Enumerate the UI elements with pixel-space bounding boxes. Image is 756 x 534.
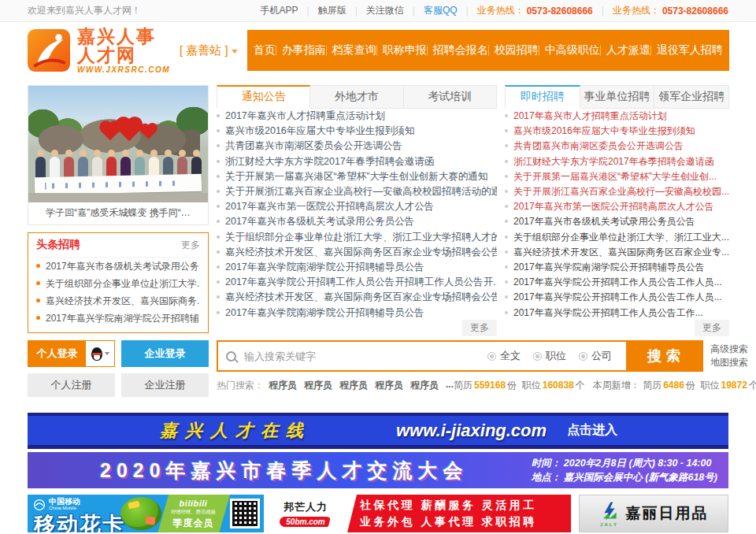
nav-item[interactable]: 档案查询 — [329, 43, 380, 57]
list-item[interactable]: 2017年嘉兴市人才招聘重点活动计划 — [217, 109, 497, 124]
site-logo-icon — [28, 29, 70, 72]
tab-leading-company-jobs[interactable]: 领军企业招聘 — [654, 85, 729, 109]
carousel-caption[interactable]: 学子回“嘉”感受禾城蝶变 携手同“… — [28, 202, 208, 224]
qq-login-dropdown[interactable] — [86, 341, 114, 366]
scope-company[interactable]: 公司 — [579, 349, 612, 363]
list-item[interactable]: 嘉兴市级2016年应届大中专毕业生报到须知 — [217, 124, 497, 139]
qq-service-link[interactable]: 客服QQ — [424, 4, 458, 17]
nav-item[interactable]: 校园招聘 — [491, 43, 542, 57]
list-item[interactable]: 关于开展第一届嘉兴港区“希望杯”大学生创业创... — [505, 169, 729, 184]
list-item[interactable]: 2017年嘉兴市第一医院公开招聘高层次人才公告 — [217, 199, 497, 214]
bilibili-promo: bilibili 哔哩哔哩、腾讯视频 季度会员 — [169, 499, 218, 530]
headline-more-link[interactable]: 更多 — [181, 239, 200, 252]
list-item[interactable]: 嘉兴市级2016年应届大中专毕业生报到须知 — [505, 124, 729, 139]
list-item[interactable]: 2017年嘉兴市人才招聘重点活动计划 — [505, 109, 729, 124]
list-item[interactable]: 关于组织部分企事业单位赴浙江大学、浙江工业大... — [505, 230, 729, 245]
nav-item[interactable]: 人才派遣 — [603, 43, 654, 57]
station-selector[interactable]: [ 嘉善站 ] — [180, 43, 238, 58]
china-mobile-ad[interactable]: 中国移动 China Mobile bilibili 哔哩哔哩、腾讯视频 季度会… — [28, 495, 264, 532]
list-item[interactable]: 2017年嘉兴学院南湖学院公开招聘辅导员公告 — [217, 260, 497, 275]
site-stats: 简历559168份 职位160838个 本周新增： 简历6486份 职位1987… — [454, 379, 756, 392]
hot-term-link[interactable]: 程序员 — [375, 379, 403, 392]
bangmang-hr-ad[interactable]: 邦芒人力 50bm.com 社保代理 薪酬服务 灵活用工 业务外包 人事代理 求… — [272, 495, 571, 532]
tab-instant-jobs[interactable]: 即时招聘 — [505, 85, 580, 109]
nav-item[interactable]: 中高级职位 — [542, 43, 603, 57]
jobs-more-link[interactable]: 更多 — [695, 320, 729, 336]
map-search-link[interactable]: 地图搜索 — [710, 356, 756, 369]
list-item[interactable]: 2017年嘉兴学院公开招聘工作人员公告开招聘工作人员公告开... — [217, 275, 497, 290]
search-icon — [226, 351, 236, 362]
list-item[interactable]: 关于组织部分企事业单位赴浙江大学、浙江工业大学招聘人才的... — [217, 230, 497, 245]
hotline-label: 业务热线： — [477, 4, 524, 17]
notices-tabs: 通知公告 外地才市 考试培训 — [217, 85, 497, 109]
list-item[interactable]: 共青团嘉兴市南湖区委员会公开选调公告 — [505, 139, 729, 154]
list-item[interactable]: 关于开展浙江嘉兴百家企业高校行—安徽高校校园... — [505, 184, 729, 199]
list-item[interactable]: 2017年嘉兴学院公开招聘工作人员公告工作人员... — [505, 275, 729, 290]
tab-outside-market[interactable]: 外地才市 — [310, 85, 403, 109]
wechat-link[interactable]: 关注微信 — [366, 4, 404, 17]
jaly-name: 嘉丽日用品 — [626, 503, 709, 524]
hot-term-link[interactable]: 程序员 — [339, 379, 368, 392]
nav-item[interactable]: 招聘会报名 — [430, 43, 491, 57]
list-item[interactable]: 2017年嘉兴市各级机关考试录用公务员公告 — [505, 214, 729, 229]
list-item[interactable]: 嘉兴经济技术开发区、嘉兴国际商务区百家企业专场招聘会公告 — [217, 290, 497, 305]
list-item[interactable]: 2017年嘉兴学院南湖学院公开招聘辅导员公告 — [217, 306, 497, 321]
notices-list: 2017年嘉兴市人才招聘重点活动计划嘉兴市级2016年应届大中专毕业生报到须知共… — [217, 109, 497, 321]
list-item[interactable]: 关于组织部分企事业单位赴浙江大学... — [36, 275, 200, 292]
list-item[interactable]: 2017年嘉兴市第一医院公开招聘高层次人才公告 — [505, 199, 729, 214]
list-item[interactable]: 2017年嘉兴学院公开招聘工作人员公告工作人员... — [505, 290, 729, 305]
jaly-logo: JALY — [599, 501, 620, 527]
list-item[interactable]: 浙江财经大学东方学院2017年春季招聘会邀请函 — [505, 154, 729, 169]
list-item[interactable]: 2017年嘉兴学院南湖学院公开招聘辅... — [36, 310, 200, 327]
news-carousel[interactable]: 学子回“嘉”感受禾城蝶变 携手同“… — [28, 85, 209, 225]
notices-more-link[interactable]: 更多 — [462, 320, 497, 336]
nav-item[interactable]: 退役军人招聘 — [654, 43, 726, 57]
mobile-card-title: 移动花卡 — [34, 510, 125, 532]
job-fair-time: 时间： 2020年2月8日 (周六) 8:30 - 14:00 — [532, 456, 717, 470]
hot-term-link[interactable]: 程序员 — [304, 379, 332, 392]
job-fair-banner[interactable]: 2020年嘉兴市春季人才交流大会 时间： 2020年2月8日 (周六) 8:30… — [28, 452, 728, 488]
company-register-button[interactable]: 企业注册 — [121, 373, 209, 397]
tab-public-institution-jobs[interactable]: 事业单位招聘 — [580, 85, 655, 109]
company-login-button[interactable]: 企业登录 — [121, 340, 209, 367]
list-item[interactable]: 嘉兴经济技术开发区、嘉兴国际商务区百家企业专... — [505, 245, 729, 260]
mobile-app-link[interactable]: 手机APP — [261, 4, 298, 17]
globe-graphic — [120, 497, 161, 530]
search-button[interactable]: 搜索 — [626, 342, 702, 370]
scope-fulltext[interactable]: 全文 — [487, 349, 521, 363]
talent-online-cta: 点击进入 — [567, 422, 617, 439]
scope-position[interactable]: 职位 — [533, 349, 566, 363]
hot-term-link[interactable]: 程序员 — [410, 379, 439, 392]
list-item[interactable]: 共青团嘉兴市南湖区委员会公开选调公告 — [217, 139, 497, 154]
talent-online-banner[interactable]: 嘉兴人才在线 www.i-jiaxing.com 点击进入 — [28, 413, 728, 449]
jaly-ad[interactable]: JALY 嘉丽日用品 — [579, 495, 728, 532]
advanced-search-link[interactable]: 高级搜索 — [710, 343, 756, 356]
job-fair-title: 2020年嘉兴市春季人才交流大会 — [100, 458, 469, 484]
list-item[interactable]: 嘉兴经济技术开发区、嘉兴国际商务... — [36, 292, 200, 310]
list-item[interactable]: 2017年嘉兴学院南湖学院公开招聘辅导员公告 — [505, 260, 729, 275]
tab-exam-training[interactable]: 考试培训 — [404, 85, 497, 109]
site-url: WWW.JXRSRC.COM — [77, 66, 170, 75]
personal-login-button[interactable]: 个人登录 — [28, 341, 86, 366]
list-item[interactable]: 浙江财经大学东方学院2017年春季招聘会邀请函 — [217, 154, 497, 169]
job-fair-info: 时间： 2020年2月8日 (周六) 8:30 - 14:00 地点： 嘉兴国际… — [532, 456, 717, 484]
list-item[interactable]: 嘉兴经济技术开发区、嘉兴国际商务区百家企业专场招聘会公告 — [217, 245, 497, 260]
bilibili-logo: bilibili — [169, 499, 218, 508]
list-item[interactable]: 2017年嘉兴学院公开招聘工作人员公告工作... — [505, 306, 729, 321]
search-input[interactable] — [243, 350, 487, 363]
headline-jobs-panel: 头条招聘 更多 2017年嘉兴市各级机关考试录用公务...关于组织部分企事业单位… — [28, 232, 209, 333]
nav-item[interactable]: 职称申报 — [380, 43, 430, 57]
touch-version-link[interactable]: 触屏版 — [318, 4, 346, 17]
tab-notices[interactable]: 通知公告 — [217, 85, 310, 109]
personal-register-button[interactable]: 个人注册 — [28, 373, 115, 397]
nav-item[interactable]: 办事指南 — [279, 43, 329, 57]
list-item[interactable]: 2017年嘉兴市各级机关考试录用公务... — [36, 258, 200, 275]
hot-search-terms: 程序员程序员程序员程序员程序员... — [269, 379, 454, 392]
list-item[interactable]: 2017年嘉兴市各级机关考试录用公务员公告 — [217, 214, 497, 229]
list-item[interactable]: 关于开展浙江嘉兴百家企业高校行—安徽高校校园招聘活动的通... — [217, 184, 497, 199]
hot-term-link[interactable]: ... — [446, 379, 454, 392]
list-item[interactable]: 关于开展第一届嘉兴港区“希望杯”大学生创业创新大赛的通知 — [217, 169, 497, 184]
hot-term-link[interactable]: 程序员 — [269, 379, 297, 392]
jobs-tabs: 即时招聘 事业单位招聘 领军企业招聘 — [505, 85, 729, 109]
nav-item[interactable]: 首页 — [250, 43, 279, 57]
